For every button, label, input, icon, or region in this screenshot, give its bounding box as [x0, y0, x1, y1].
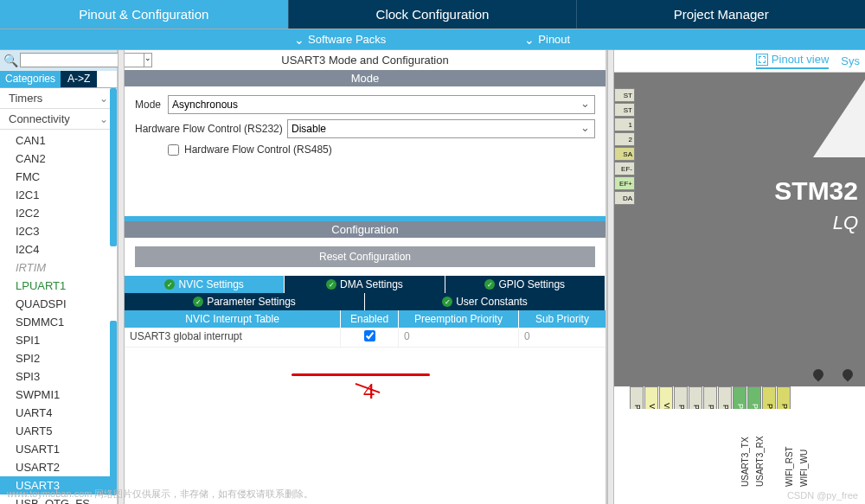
group-label: Connectivity — [9, 112, 70, 125]
tree-item-usart2[interactable]: USART2 — [0, 458, 117, 476]
tab-parameter-settings[interactable]: ✓Parameter Settings — [125, 293, 365, 310]
hw-flow-485-label: Hardware Flow Control (RS485) — [184, 144, 332, 156]
check-icon: ✓ — [164, 279, 175, 290]
tree-item-i2c2[interactable]: I2C2 — [0, 204, 117, 222]
tab-nvic-settings[interactable]: ✓NVIC Settings — [125, 276, 285, 293]
pin[interactable]: ST — [614, 103, 635, 117]
tree-item-i2c3[interactable]: I2C3 — [0, 222, 117, 240]
nvic-row[interactable]: USART3 global interrupt 0 0 — [125, 328, 606, 348]
tack-icon — [841, 367, 855, 382]
pinout-view-tab[interactable]: Pinout view — [756, 53, 829, 69]
nvic-table-header: NVIC Interrupt Table Enabled Preemption … — [125, 310, 606, 328]
chip-label: STM32LQ — [774, 176, 858, 235]
tree-item-spi2[interactable]: SPI2 — [0, 349, 117, 367]
group-timers[interactable]: Timers⌄ — [0, 88, 117, 109]
pin-function-label: USART3_TX — [740, 437, 750, 487]
config-header: Configuration — [125, 221, 606, 238]
tab-project-manager[interactable]: Project Manager — [577, 0, 865, 29]
tree-item-lpuart1[interactable]: LPUART1 — [0, 277, 117, 295]
tree-item-spi3[interactable]: SPI3 — [0, 367, 117, 386]
search-icon: 🔍 — [3, 54, 18, 67]
tab-az[interactable]: A->Z — [61, 71, 97, 87]
interrupt-enabled-checkbox[interactable] — [364, 330, 375, 341]
pinout-menu[interactable]: Pinout — [524, 33, 570, 47]
software-packs-menu[interactable]: Software Packs — [294, 33, 386, 47]
pin-function-label: WIFI_WU — [799, 450, 809, 487]
sub-toolbar: Software Packs Pinout — [0, 29, 865, 50]
tree-item-fmc[interactable]: FMC — [0, 168, 117, 186]
splitter[interactable] — [607, 50, 614, 504]
chevron-down-icon: ⌄ — [99, 93, 108, 105]
scrollbar[interactable] — [110, 88, 117, 246]
pin[interactable]: ST — [614, 88, 635, 102]
tree-item-can2[interactable]: CAN2 — [0, 150, 117, 168]
check-icon: ✓ — [442, 297, 452, 307]
scrollbar[interactable] — [110, 321, 117, 495]
sub-priority[interactable]: 0 — [519, 328, 606, 347]
group-connectivity[interactable]: Connectivity⌄ — [0, 109, 117, 130]
chip-corner — [813, 80, 865, 157]
chip-diagram[interactable]: STST12SAEF-EF+DA STM32LQ — [614, 73, 865, 386]
splitter[interactable] — [118, 50, 125, 504]
group-label: Timers — [9, 92, 42, 105]
pin-function-label: WIFI_RST — [785, 446, 794, 487]
tree-item-can1[interactable]: CAN1 — [0, 131, 117, 150]
pinout-view-icon — [756, 54, 768, 66]
tree-item-i2c1[interactable]: I2C1 — [0, 186, 117, 204]
tree-item-quadspi[interactable]: QUADSPI — [0, 295, 117, 313]
pin[interactable]: SA — [614, 147, 635, 161]
left-panel: 🔍 ⌄ Categories A->Z Timers⌄ Connectivity… — [0, 50, 118, 504]
tab-pinout-config[interactable]: Pinout & Configuration — [0, 0, 289, 29]
hw-flow-232-label: Hardware Flow Control (RS232) — [135, 123, 282, 135]
right-panel: Pinout view Sys STST12SAEF-EF+DA STM32LQ… — [614, 50, 865, 504]
tree-item-irtim[interactable]: IRTIM — [0, 258, 117, 277]
tab-clock-config[interactable]: Clock Configuration — [289, 0, 578, 29]
reset-config-button[interactable]: Reset Configuration — [135, 246, 595, 267]
check-icon: ✓ — [193, 297, 203, 307]
watermark: www.toymoban.com 网络图片仅供展示，非存储，如有侵权请联系删除。 — [7, 488, 313, 501]
tab-dma-settings[interactable]: ✓DMA Settings — [285, 276, 445, 293]
pin[interactable]: EF+ — [614, 176, 635, 190]
tab-categories[interactable]: Categories — [0, 71, 61, 87]
tree-item-spi1[interactable]: SPI1 — [0, 331, 117, 349]
tree-item-sdmmc1[interactable]: SDMMC1 — [0, 313, 117, 331]
tree: Timers⌄ Connectivity⌄ CAN1CAN2FMCI2C1I2C… — [0, 88, 117, 504]
chevron-down-icon: ⌄ — [99, 113, 108, 125]
hw-flow-485-checkbox[interactable] — [168, 144, 179, 156]
tree-item-i2c4[interactable]: I2C4 — [0, 240, 117, 258]
tree-item-usart1[interactable]: USART1 — [0, 440, 117, 458]
mode-select[interactable]: Asynchronous — [168, 95, 595, 114]
check-icon: ✓ — [326, 279, 336, 290]
pin-function-label: USART3_RX — [755, 436, 765, 487]
tack-icon — [811, 367, 826, 382]
preemption-priority[interactable]: 0 — [399, 328, 519, 347]
tree-item-uart4[interactable]: UART4 — [0, 404, 117, 422]
pin[interactable]: 2 — [614, 132, 635, 146]
tab-user-constants[interactable]: ✓User Constants — [365, 293, 606, 310]
tab-gpio-settings[interactable]: ✓GPIO Settings — [445, 276, 606, 293]
tree-item-uart5[interactable]: UART5 — [0, 422, 117, 440]
hw-flow-232-select[interactable]: Disable — [287, 119, 595, 138]
mode-label: Mode — [135, 99, 163, 111]
pin[interactable]: 1 — [614, 118, 635, 131]
system-view-tab[interactable]: Sys — [841, 54, 860, 67]
mode-header: Mode — [125, 70, 606, 86]
pin[interactable]: DA — [614, 191, 635, 205]
pin[interactable]: EF- — [614, 162, 635, 175]
check-icon: ✓ — [484, 279, 495, 290]
interrupt-name: USART3 global interrupt — [125, 328, 341, 347]
tree-item-swpmi1[interactable]: SWPMI1 — [0, 386, 117, 404]
mid-panel: USART3 Mode and Configuration Mode Mode … — [125, 50, 607, 504]
csdn-credit: CSDN @py_free — [787, 490, 858, 501]
panel-title: USART3 Mode and Configuration — [125, 50, 606, 70]
